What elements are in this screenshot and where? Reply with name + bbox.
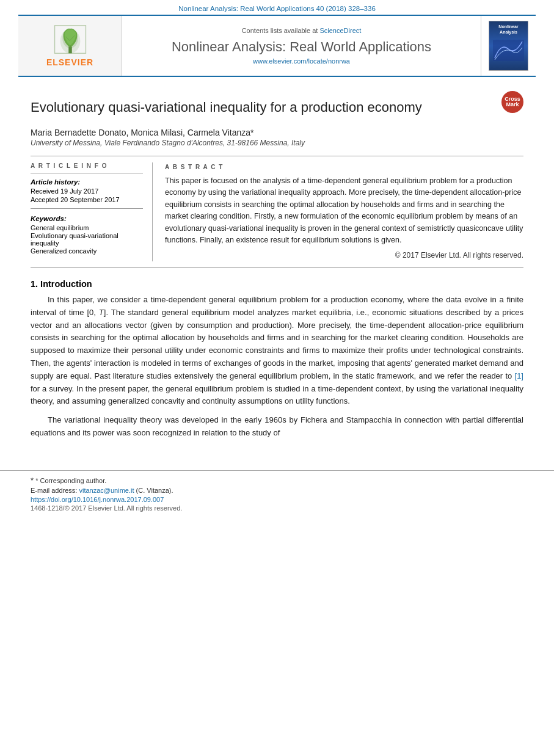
keyword-3: Generalized concavity <box>31 247 143 255</box>
affiliation-line: University of Messina, Viale Ferdinando … <box>31 139 523 147</box>
journal-ref-text: Nonlinear Analysis: Real World Applicati… <box>178 5 376 12</box>
abstract-text: This paper is focused on the analysis of… <box>165 175 523 246</box>
elsevier-logo: ELSEVIER <box>46 24 93 67</box>
crossmark-badge[interactable]: Cross Mark <box>501 91 523 113</box>
keywords-label: Keywords: <box>31 215 143 222</box>
copyright-line: © 2017 Elsevier Ltd. All rights reserved… <box>165 250 523 261</box>
corresponding-author-note: * * Corresponding author. <box>31 476 523 485</box>
article-info-column: A R T I C L E I N F O Article history: R… <box>31 162 153 261</box>
introduction-heading: 1. Introduction <box>31 279 523 289</box>
abstract-column: A B S T R A C T This paper is focused on… <box>165 162 523 261</box>
footer-email-line: E-mail address: vitanzac@unime.it (C. Vi… <box>31 487 523 494</box>
header-center: Contents lists available at ScienceDirec… <box>122 16 481 76</box>
email-label: E-mail address: <box>31 487 77 494</box>
info-abstract-row: A R T I C L E I N F O Article history: R… <box>31 162 523 261</box>
crossmark-icon: Cross Mark <box>501 91 523 113</box>
accepted-date: Accepted 20 September 2017 <box>31 196 143 203</box>
elsevier-brand-text: ELSEVIER <box>46 57 93 67</box>
main-content: Evolutionary quasi-variational inequalit… <box>0 77 554 458</box>
elsevier-tree-icon <box>52 24 89 55</box>
cover-graphic-icon <box>492 37 525 64</box>
elsevier-logo-area: ELSEVIER <box>18 16 122 76</box>
ref-1-link[interactable]: [1] <box>515 371 523 380</box>
keyword-2: Evolutionary quasi-variational inequalit… <box>31 232 143 247</box>
email-link[interactable]: vitanzac@unime.it <box>79 487 134 494</box>
journal-url[interactable]: www.elsevier.com/locate/nonrwa <box>253 57 350 65</box>
article-info-label: A R T I C L E I N F O <box>31 162 143 169</box>
email-context: (C. Vitanza). <box>136 487 173 494</box>
received-date: Received 19 July 2017 <box>31 187 143 195</box>
issn-line: 1468-1218/© 2017 Elsevier Ltd. All right… <box>31 504 523 512</box>
article-title: Evolutionary quasi-variational inequalit… <box>31 99 422 117</box>
authors-line: Maria Bernadette Donato, Monica Milasi, … <box>31 128 523 137</box>
intro-paragraph-1: In this paper, we consider a time-depend… <box>31 294 523 408</box>
separator-1 <box>31 156 523 156</box>
keyword-1: General equilibrium <box>31 224 143 231</box>
footer-area: * * Corresponding author. E-mail address… <box>0 470 554 518</box>
journal-cover-mini: NonlinearAnalysis <box>489 21 528 71</box>
star-icon: * <box>31 476 34 485</box>
journal-cover-area: NonlinearAnalysis <box>481 16 536 76</box>
corresponding-author-text: * Corresponding author. <box>35 477 106 484</box>
separator-2 <box>31 267 523 268</box>
doi-link[interactable]: https://doi.org/10.1016/j.nonrwa.2017.09… <box>31 496 523 503</box>
history-label: Article history: <box>31 178 143 186</box>
page: Nonlinear Analysis: Real World Applicati… <box>0 0 554 756</box>
cover-title-text: NonlinearAnalysis <box>498 24 518 35</box>
journal-reference-bar: Nonlinear Analysis: Real World Applicati… <box>0 0 554 15</box>
journal-title-header: Nonlinear Analysis: Real World Applicati… <box>172 39 431 55</box>
header-banner: ELSEVIER Contents lists available at Sci… <box>18 15 536 77</box>
intro-paragraph-2: The variational inequality theory was de… <box>31 414 523 440</box>
contents-available-line: Contents lists available at ScienceDirec… <box>242 27 362 34</box>
abstract-label: A B S T R A C T <box>165 162 523 172</box>
sciencedirect-link[interactable]: ScienceDirect <box>319 27 361 34</box>
contents-text: Contents lists available at <box>242 27 318 34</box>
